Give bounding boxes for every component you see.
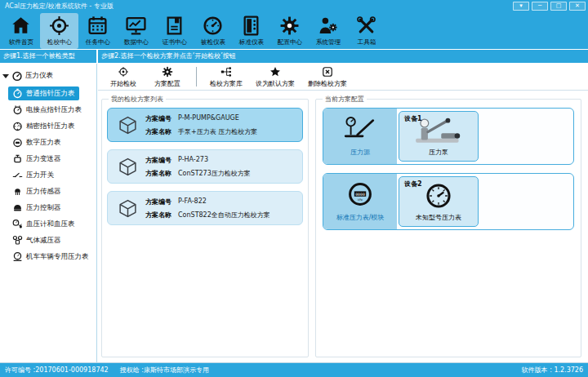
nav-item-calibration-center[interactable]: 检校中心 <box>40 13 78 49</box>
target-icon <box>49 16 69 36</box>
tree-item-gas-regulator[interactable]: 气体减压器 <box>8 233 65 247</box>
tree-item-label: 电接点指针压力表 <box>26 105 82 115</box>
config-row-standard-gauge: 0000kPa 标准压力表/模块 设备2 未知型号压力表 <box>323 173 574 230</box>
tree-item-label: 数字压力表 <box>26 138 61 148</box>
toolbar-label: 设为默认方案 <box>256 79 295 88</box>
sensor-icon <box>12 186 23 197</box>
current-config-title: 当前方案配置 <box>323 95 367 104</box>
standard-gauge-label: 标准压力表/模块 <box>336 213 385 222</box>
delete-x-icon <box>322 66 333 78</box>
monitor-chart-icon <box>126 16 146 36</box>
main-nav: 软件首页 检校中心 任务中心 数据中心 证书中心 被检仪表 标准仪表 配置中心 <box>0 12 588 49</box>
plan-list-title: 我的检校方案列表 <box>109 95 166 104</box>
plan-card[interactable]: 方案编号P-HA-273 方案名称ConST273压力检校方案 <box>107 149 303 184</box>
device-card-gauge[interactable]: 设备2 未知型号压力表 <box>399 176 479 227</box>
nav-label: 数据中心 <box>123 38 148 46</box>
nav-item-toolbox[interactable]: 工具箱 <box>347 13 385 49</box>
plan-config-button[interactable]: 方案配置 <box>145 66 189 88</box>
nav-item-system-admin[interactable]: 系统管理 <box>309 13 347 49</box>
instrument-cabinet-icon <box>241 16 261 36</box>
plan-list: 方案编号P-M-PUMP&GAUGE 方案名称手泵+压力表 压力检校方案 方案编… <box>102 100 308 236</box>
svg-text:0000: 0000 <box>355 193 365 197</box>
nav-label: 标准仪表 <box>238 38 263 46</box>
pressure-source-icon <box>343 116 377 142</box>
svg-text:kPa: kPa <box>358 198 363 202</box>
star-icon <box>270 66 281 78</box>
user-gear-icon <box>318 16 338 36</box>
tree-item-label: 压力开关 <box>26 171 54 180</box>
app-window: ACal压力检定/校准系统软件 - 专业版 ▾ ─ □ ✕ 软件首页 检校中心 … <box>0 0 588 377</box>
tree-item-digital-gauge[interactable]: 数字压力表 <box>8 135 65 149</box>
electric-contact-gauge-icon <box>12 104 23 115</box>
tree-item-pointer-gauge[interactable]: 普通指针压力表 <box>8 86 79 100</box>
panels-area: 我的检校方案列表 方案编号P-M-PUMP&GAUGE 方案名称手泵+压力表 压… <box>98 91 588 362</box>
nav-label: 软件首页 <box>8 38 33 46</box>
device-slot-label: 设备2 <box>404 180 422 188</box>
device-card-pump[interactable]: 设备1 压力泵 <box>399 111 479 162</box>
nav-item-standard-instruments[interactable]: 标准仪表 <box>232 13 270 49</box>
locomotive-gauge-icon <box>12 251 23 262</box>
tree-item-label: 压力传感器 <box>26 187 61 197</box>
nav-item-certificates[interactable]: 证书中心 <box>155 13 194 49</box>
collapse-arrow-icon[interactable] <box>2 74 9 78</box>
home-icon <box>11 16 31 36</box>
calendar-icon <box>87 16 108 36</box>
toolbar-label: 开始检校 <box>110 79 136 88</box>
tree-item-electric-contact-gauge[interactable]: 电接点指针压力表 <box>8 103 86 117</box>
gear-icon <box>279 16 300 36</box>
tree-item-precision-gauge[interactable]: 精密指针压力表 <box>8 119 79 133</box>
tree-root-pressure-instruments[interactable]: 压力仪表 <box>0 68 96 84</box>
pressure-source-label: 压力源 <box>350 148 370 157</box>
nav-item-data-center[interactable]: 数据中心 <box>117 13 155 49</box>
plan-library-button[interactable]: 检校方案库 <box>203 66 249 88</box>
precision-gauge-icon <box>12 121 23 131</box>
plan-name-value: 手泵+压力表 压力检校方案 <box>178 127 257 136</box>
plan-code-label: 方案编号 <box>145 156 172 165</box>
blood-pressure-icon <box>12 219 23 229</box>
plan-library-icon <box>220 66 232 78</box>
nav-label: 被检仪表 <box>200 38 225 46</box>
set-default-plan-button[interactable]: 设为默认方案 <box>249 66 301 88</box>
tree-item-label: 压力变送器 <box>26 154 61 164</box>
gas-regulator-icon <box>12 235 23 246</box>
step2-header: 步骤2.选择一个检校方案并点击‘开始检校’按钮 <box>98 50 588 63</box>
nav-item-dut-instruments[interactable]: 被检仪表 <box>194 13 232 49</box>
config-row-pressure-source: 压力源 设备1 压力泵 <box>323 108 574 165</box>
maximize-button[interactable]: □ <box>550 2 567 11</box>
plan-name-label: 方案名称 <box>145 211 172 220</box>
nav-label: 系统管理 <box>315 38 340 46</box>
close-button[interactable]: ✕ <box>569 2 586 11</box>
tree-item-label: 机车车辆专用压力表 <box>26 252 89 262</box>
device-slot-label: 设备1 <box>404 114 422 123</box>
software-version: 软件版本 : 1.2.3726 <box>522 366 583 375</box>
tree-item-pressure-controller[interactable]: 压力控制器 <box>8 201 65 215</box>
minimize-button[interactable]: ─ <box>532 2 548 11</box>
nav-item-home[interactable]: 软件首页 <box>2 13 40 49</box>
plan-card[interactable]: 方案编号P-FA-822 方案名称ConST822全自动压力检校方案 <box>107 191 303 225</box>
tree-item-locomotive-gauge[interactable]: 机车车辆专用压力表 <box>8 250 93 264</box>
tree-item-pressure-switch[interactable]: 压力开关 <box>8 168 58 182</box>
tools-icon <box>356 16 376 36</box>
window-title: ACal压力检定/校准系统软件 - 专业版 <box>5 2 114 11</box>
tree-item-transmitter[interactable]: 压力变送器 <box>8 152 65 166</box>
nav-item-tasks[interactable]: 任务中心 <box>78 13 117 49</box>
gauge-icon <box>203 16 223 36</box>
nav-label: 工具箱 <box>357 38 376 46</box>
digital-gauge-icon <box>12 137 23 148</box>
plan-list-panel: 我的检校方案列表 方案编号P-M-PUMP&GAUGE 方案名称手泵+压力表 压… <box>101 99 309 357</box>
delete-plan-button[interactable]: 删除检校方案 <box>301 66 354 88</box>
tree-item-blood-pressure[interactable]: 血压计和血压表 <box>8 217 79 231</box>
certificate-icon <box>164 16 185 36</box>
tree-item-pressure-sensor[interactable]: 压力传感器 <box>8 184 65 198</box>
plan-toolbar: 开始检校 方案配置 检校方案库 设为默认方案 删除检校方案 <box>98 64 588 91</box>
plan-card[interactable]: 方案编号P-M-PUMP&GAUGE 方案名称手泵+压力表 压力检校方案 <box>107 108 303 142</box>
window-controls: ▾ ─ □ ✕ <box>513 2 586 11</box>
toolbar-label: 方案配置 <box>154 79 180 88</box>
title-bar: ACal压力检定/校准系统软件 - 专业版 ▾ ─ □ ✕ <box>0 0 588 12</box>
cube-icon <box>118 115 138 135</box>
start-calibration-button[interactable]: 开始检校 <box>101 66 145 88</box>
nav-item-config-center[interactable]: 配置中心 <box>270 13 309 49</box>
toolbar-label: 删除检校方案 <box>308 79 347 88</box>
plan-name-value: ConST822全自动压力检校方案 <box>178 211 270 220</box>
style-menu-button[interactable]: ▾ <box>513 2 529 11</box>
